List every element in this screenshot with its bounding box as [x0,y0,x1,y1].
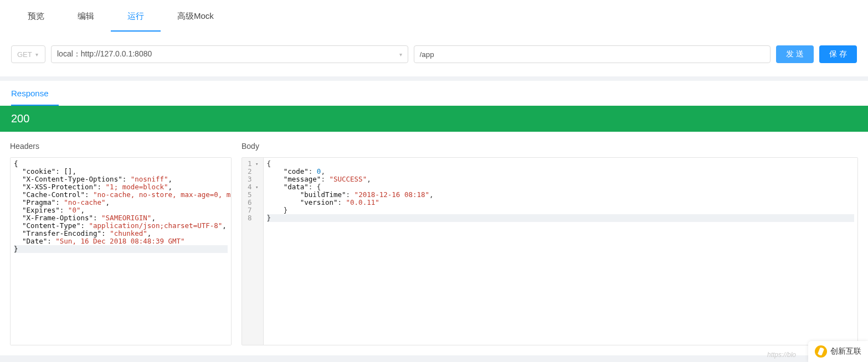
status-code: 200 [11,112,29,125]
save-button[interactable]: 保 存 [819,45,857,63]
send-button[interactable]: 发 送 [776,45,814,63]
body-code-box[interactable]: 1▾234▾5678 { "code": 0, "message": "SUCC… [242,157,858,345]
base-url-select[interactable]: local：http://127.0.0.1:8080 ▾ [51,45,408,63]
main-tabs: 预览 编辑 运行 高级Mock [0,0,868,32]
response-panels: Headers { "cookie": [], "X-Content-Type-… [0,132,868,355]
headers-title: Headers [10,138,232,157]
http-method-value: GET [17,50,32,59]
path-input[interactable] [414,45,771,63]
headers-code-box[interactable]: { "cookie": [], "X-Content-Type-Options"… [10,157,232,345]
base-url-value: local：http://127.0.0.1:8080 [57,49,152,59]
headers-panel: Headers { "cookie": [], "X-Content-Type-… [10,138,232,345]
logo-text: 创新互联 [830,347,861,355]
watermark-text: https://blo [767,351,796,355]
tab-advanced-mock[interactable]: 高级Mock [161,0,230,32]
request-row: GET ▾ local：http://127.0.0.1:8080 ▾ 发 送 … [0,32,868,76]
response-card: Response 200 Headers { "cookie": [], "X-… [0,81,868,355]
body-panel: Body 1▾234▾5678 { "code": 0, "message": … [242,138,858,345]
tab-preview[interactable]: 预览 [11,0,61,32]
body-code: { "code": 0, "message": "SUCCESS", "data… [264,158,857,345]
line-gutter: 1▾234▾5678 [242,158,264,345]
tab-edit[interactable]: 编辑 [61,0,111,32]
headers-code: { "cookie": [], "X-Content-Type-Options"… [11,158,231,345]
tab-run[interactable]: 运行 [111,0,161,32]
body-title: Body [242,138,858,157]
body-editor: 1▾234▾5678 { "code": 0, "message": "SUCC… [242,158,857,345]
response-tabs: Response [0,81,868,106]
http-method-select[interactable]: GET ▾ [11,45,45,63]
logo-icon [815,345,827,355]
chevron-down-icon: ▾ [399,51,402,58]
status-bar: 200 [0,106,868,132]
top-card: 预览 编辑 运行 高级Mock GET ▾ local：http://127.0… [0,0,868,76]
chevron-down-icon: ▾ [35,51,38,58]
logo-badge[interactable]: 创新互联 [808,341,868,355]
tab-response[interactable]: Response [11,81,59,106]
